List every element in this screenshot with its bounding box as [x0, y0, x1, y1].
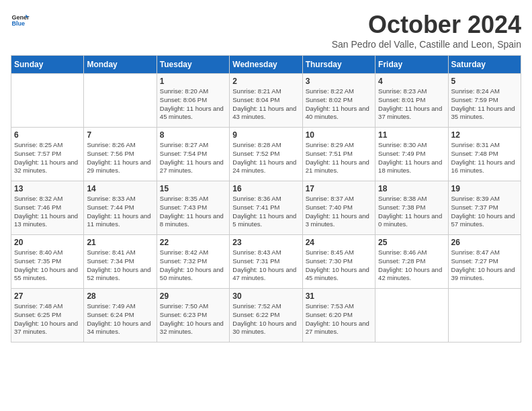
weekday-header-friday: Friday — [375, 56, 448, 74]
day-info: Sunrise: 8:20 AM Sunset: 8:06 PM Dayligh… — [160, 87, 226, 122]
day-info: Sunrise: 8:23 AM Sunset: 8:01 PM Dayligh… — [378, 87, 445, 122]
day-info: Sunrise: 8:35 AM Sunset: 7:43 PM Dayligh… — [160, 195, 226, 229]
day-info: Sunrise: 8:42 AM Sunset: 7:32 PM Dayligh… — [160, 248, 226, 283]
day-number: 19 — [451, 184, 518, 193]
calendar-cell — [84, 74, 157, 128]
location-title: San Pedro del Valle, Castille and Leon, … — [332, 39, 521, 50]
day-info: Sunrise: 8:46 AM Sunset: 7:28 PM Dayligh… — [378, 248, 445, 283]
weekday-header-thursday: Thursday — [302, 56, 375, 74]
week-row-2: 13Sunrise: 8:32 AM Sunset: 7:46 PM Dayli… — [11, 181, 521, 235]
calendar-cell: 21Sunrise: 8:41 AM Sunset: 7:34 PM Dayli… — [84, 235, 157, 289]
day-number: 31 — [306, 291, 372, 301]
day-info: Sunrise: 7:52 AM Sunset: 6:22 PM Dayligh… — [232, 302, 299, 336]
calendar-cell: 25Sunrise: 8:46 AM Sunset: 7:28 PM Dayli… — [375, 235, 448, 289]
calendar-cell: 30Sunrise: 7:52 AM Sunset: 6:22 PM Dayli… — [230, 289, 302, 342]
calendar-cell: 27Sunrise: 7:48 AM Sunset: 6:25 PM Dayli… — [11, 289, 84, 342]
day-number: 11 — [378, 130, 445, 140]
day-info: Sunrise: 8:24 AM Sunset: 7:59 PM Dayligh… — [451, 87, 518, 122]
calendar-cell: 26Sunrise: 8:47 AM Sunset: 7:27 PM Dayli… — [448, 235, 521, 289]
day-number: 12 — [451, 130, 518, 140]
day-info: Sunrise: 7:50 AM Sunset: 6:23 PM Dayligh… — [160, 302, 226, 336]
day-number: 6 — [14, 130, 81, 140]
day-number: 27 — [14, 291, 81, 301]
day-info: Sunrise: 8:43 AM Sunset: 7:31 PM Dayligh… — [232, 248, 299, 283]
calendar-cell: 18Sunrise: 8:38 AM Sunset: 7:38 PM Dayli… — [375, 181, 448, 235]
weekday-header-sunday: Sunday — [11, 56, 84, 74]
day-number: 24 — [306, 238, 372, 247]
weekday-header-row: SundayMondayTuesdayWednesdayThursdayFrid… — [11, 56, 521, 74]
calendar-cell: 10Sunrise: 8:29 AM Sunset: 7:51 PM Dayli… — [302, 128, 375, 181]
day-number: 7 — [87, 130, 153, 140]
calendar-cell: 28Sunrise: 7:49 AM Sunset: 6:24 PM Dayli… — [84, 289, 157, 342]
day-info: Sunrise: 8:31 AM Sunset: 7:48 PM Dayligh… — [451, 141, 518, 175]
calendar-cell: 9Sunrise: 8:28 AM Sunset: 7:52 PM Daylig… — [230, 128, 302, 181]
calendar-cell: 22Sunrise: 8:42 AM Sunset: 7:32 PM Dayli… — [157, 235, 229, 289]
day-info: Sunrise: 8:45 AM Sunset: 7:30 PM Dayligh… — [306, 248, 372, 283]
calendar-cell: 5Sunrise: 8:24 AM Sunset: 7:59 PM Daylig… — [448, 74, 521, 128]
calendar-cell: 29Sunrise: 7:50 AM Sunset: 6:23 PM Dayli… — [157, 289, 229, 342]
calendar-cell: 8Sunrise: 8:27 AM Sunset: 7:54 PM Daylig… — [157, 128, 229, 181]
calendar-cell: 3Sunrise: 8:22 AM Sunset: 8:02 PM Daylig… — [302, 74, 375, 128]
day-info: Sunrise: 8:27 AM Sunset: 7:54 PM Dayligh… — [160, 141, 226, 175]
calendar-table: SundayMondayTuesdayWednesdayThursdayFrid… — [11, 55, 521, 342]
calendar-cell: 24Sunrise: 8:45 AM Sunset: 7:30 PM Dayli… — [302, 235, 375, 289]
day-number: 29 — [160, 291, 226, 301]
day-number: 26 — [451, 238, 518, 247]
calendar-cell: 16Sunrise: 8:36 AM Sunset: 7:41 PM Dayli… — [230, 181, 302, 235]
day-info: Sunrise: 7:48 AM Sunset: 6:25 PM Dayligh… — [14, 302, 81, 336]
day-info: Sunrise: 8:21 AM Sunset: 8:04 PM Dayligh… — [232, 87, 299, 122]
day-info: Sunrise: 8:40 AM Sunset: 7:35 PM Dayligh… — [14, 248, 81, 283]
calendar-cell: 23Sunrise: 8:43 AM Sunset: 7:31 PM Dayli… — [230, 235, 302, 289]
calendar-cell: 2Sunrise: 8:21 AM Sunset: 8:04 PM Daylig… — [230, 74, 302, 128]
day-number: 3 — [306, 77, 372, 86]
logo-icon: General Blue — [11, 11, 30, 30]
month-title: October 2024 — [332, 11, 521, 39]
day-number: 14 — [87, 184, 153, 193]
day-info: Sunrise: 8:29 AM Sunset: 7:51 PM Dayligh… — [306, 141, 372, 175]
calendar-cell — [11, 74, 84, 128]
calendar-cell — [448, 289, 521, 342]
day-info: Sunrise: 8:38 AM Sunset: 7:38 PM Dayligh… — [378, 195, 445, 229]
calendar-cell: 13Sunrise: 8:32 AM Sunset: 7:46 PM Dayli… — [11, 181, 84, 235]
day-number: 2 — [232, 77, 299, 86]
calendar-cell: 15Sunrise: 8:35 AM Sunset: 7:43 PM Dayli… — [157, 181, 229, 235]
calendar-cell: 11Sunrise: 8:30 AM Sunset: 7:49 PM Dayli… — [375, 128, 448, 181]
week-row-3: 20Sunrise: 8:40 AM Sunset: 7:35 PM Dayli… — [11, 235, 521, 289]
day-number: 1 — [160, 77, 226, 86]
day-info: Sunrise: 8:37 AM Sunset: 7:40 PM Dayligh… — [306, 195, 372, 229]
day-number: 23 — [232, 238, 299, 247]
day-number: 25 — [378, 238, 445, 247]
day-number: 20 — [14, 238, 81, 247]
calendar-cell: 4Sunrise: 8:23 AM Sunset: 8:01 PM Daylig… — [375, 74, 448, 128]
calendar-cell: 17Sunrise: 8:37 AM Sunset: 7:40 PM Dayli… — [302, 181, 375, 235]
day-info: Sunrise: 8:22 AM Sunset: 8:02 PM Dayligh… — [306, 87, 372, 122]
calendar-cell: 31Sunrise: 7:53 AM Sunset: 6:20 PM Dayli… — [302, 289, 375, 342]
day-info: Sunrise: 8:28 AM Sunset: 7:52 PM Dayligh… — [232, 141, 299, 175]
week-row-1: 6Sunrise: 8:25 AM Sunset: 7:57 PM Daylig… — [11, 128, 521, 181]
day-info: Sunrise: 8:30 AM Sunset: 7:49 PM Dayligh… — [378, 141, 445, 175]
calendar-cell: 7Sunrise: 8:26 AM Sunset: 7:56 PM Daylig… — [84, 128, 157, 181]
day-number: 16 — [232, 184, 299, 193]
page-header: General Blue October 2024 San Pedro del … — [11, 11, 521, 50]
day-info: Sunrise: 7:49 AM Sunset: 6:24 PM Dayligh… — [87, 302, 153, 336]
day-number: 8 — [160, 130, 226, 140]
day-info: Sunrise: 8:26 AM Sunset: 7:56 PM Dayligh… — [87, 141, 153, 175]
day-number: 5 — [451, 77, 518, 86]
logo: General Blue — [11, 11, 30, 30]
calendar-cell: 6Sunrise: 8:25 AM Sunset: 7:57 PM Daylig… — [11, 128, 84, 181]
calendar-cell: 19Sunrise: 8:39 AM Sunset: 7:37 PM Dayli… — [448, 181, 521, 235]
day-number: 18 — [378, 184, 445, 193]
day-number: 17 — [306, 184, 372, 193]
week-row-0: 1Sunrise: 8:20 AM Sunset: 8:06 PM Daylig… — [11, 74, 521, 128]
day-number: 22 — [160, 238, 226, 247]
day-number: 15 — [160, 184, 226, 193]
day-info: Sunrise: 8:41 AM Sunset: 7:34 PM Dayligh… — [87, 248, 153, 283]
day-info: Sunrise: 8:39 AM Sunset: 7:37 PM Dayligh… — [451, 195, 518, 229]
calendar-cell — [375, 289, 448, 342]
day-info: Sunrise: 8:47 AM Sunset: 7:27 PM Dayligh… — [451, 248, 518, 283]
day-number: 9 — [232, 130, 299, 140]
day-info: Sunrise: 7:53 AM Sunset: 6:20 PM Dayligh… — [306, 302, 372, 336]
week-row-4: 27Sunrise: 7:48 AM Sunset: 6:25 PM Dayli… — [11, 289, 521, 342]
calendar-cell: 12Sunrise: 8:31 AM Sunset: 7:48 PM Dayli… — [448, 128, 521, 181]
weekday-header-tuesday: Tuesday — [157, 56, 229, 74]
